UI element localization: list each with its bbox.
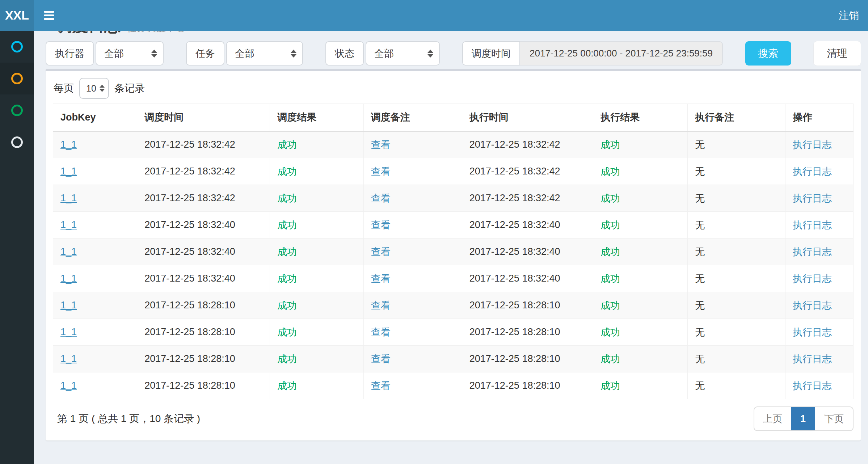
table-row: 1_1 2017-12-25 18:32:40 成功 查看 2017-12-25… <box>53 239 854 265</box>
table-row: 1_1 2017-12-25 18:28:10 成功 查看 2017-12-25… <box>53 346 854 372</box>
table-row: 1_1 2017-12-25 18:32:42 成功 查看 2017-12-25… <box>53 158 854 185</box>
trigger-msg-link[interactable]: 查看 <box>371 246 391 257</box>
executor-filter-label: 执行器 <box>46 41 94 66</box>
trigger-msg-link[interactable]: 查看 <box>371 273 391 284</box>
sidebar-item-nav-4[interactable] <box>0 126 34 158</box>
handle-time-cell: 2017-12-25 18:32:42 <box>462 131 593 158</box>
table-row: 1_1 2017-12-25 18:28:10 成功 查看 2017-12-25… <box>53 292 854 319</box>
trigger-result-text: 成功 <box>277 193 297 204</box>
trigger-msg-link[interactable]: 查看 <box>371 139 391 150</box>
app-logo[interactable]: XXL <box>0 0 34 31</box>
execution-log-link[interactable]: 执行日志 <box>793 380 832 391</box>
trigger-result-text: 成功 <box>277 246 297 257</box>
handle-result-text: 成功 <box>601 220 620 231</box>
execution-log-link[interactable]: 执行日志 <box>793 166 832 177</box>
status-select[interactable]: 全部 <box>366 41 440 66</box>
jobkey-link[interactable]: 1_1 <box>60 246 77 257</box>
column-header: 执行时间 <box>462 104 593 131</box>
hamburger-icon <box>44 11 54 13</box>
job-select-value: 全部 <box>235 47 254 60</box>
handle-msg-cell: 无 <box>688 372 785 399</box>
job-filter-label: 任务 <box>186 41 224 66</box>
prev-page-button[interactable]: 上页 <box>754 407 791 430</box>
trigger-time-cell: 2017-12-25 18:28:10 <box>137 346 270 372</box>
select-stepper-icon <box>100 85 105 92</box>
execution-log-link[interactable]: 执行日志 <box>793 220 832 231</box>
execution-log-link[interactable]: 执行日志 <box>793 300 832 311</box>
handle-result-text: 成功 <box>601 354 620 364</box>
execution-log-link[interactable]: 执行日志 <box>793 246 832 257</box>
circle-icon <box>11 41 23 52</box>
trigger-result-text: 成功 <box>277 354 297 364</box>
column-header: 调度时间 <box>137 104 270 131</box>
pager: 上页 1 下页 <box>754 406 854 431</box>
jobkey-link[interactable]: 1_1 <box>60 139 77 150</box>
trigger-msg-link[interactable]: 查看 <box>371 327 391 338</box>
jobkey-link[interactable]: 1_1 <box>60 273 77 284</box>
handle-result-text: 成功 <box>601 380 620 391</box>
trigger-msg-link[interactable]: 查看 <box>371 193 391 204</box>
execution-log-link[interactable]: 执行日志 <box>793 354 832 364</box>
execution-log-link[interactable]: 执行日志 <box>793 139 832 150</box>
log-table-panel: 每页 10 条记录 JobKey调度时间调度结果调度备注执行时间执行结果执行备注… <box>46 69 861 440</box>
table-row: 1_1 2017-12-25 18:32:40 成功 查看 2017-12-25… <box>53 265 854 292</box>
trigger-msg-link[interactable]: 查看 <box>371 354 391 364</box>
handle-msg-cell: 无 <box>688 131 785 158</box>
execution-log-link[interactable]: 执行日志 <box>793 273 832 284</box>
trigger-msg-link[interactable]: 查看 <box>371 300 391 311</box>
status-select-value: 全部 <box>374 47 394 60</box>
jobkey-link[interactable]: 1_1 <box>60 300 77 311</box>
handle-result-text: 成功 <box>601 273 620 284</box>
jobkey-link[interactable]: 1_1 <box>60 166 77 177</box>
job-select[interactable]: 全部 <box>226 41 303 66</box>
trigger-result-text: 成功 <box>277 273 297 284</box>
trigger-time-cell: 2017-12-25 18:32:40 <box>137 265 270 292</box>
table-row: 1_1 2017-12-25 18:32:42 成功 查看 2017-12-25… <box>53 131 854 158</box>
trigger-msg-link[interactable]: 查看 <box>371 166 391 177</box>
time-filter-group: 调度时间 2017-12-25 00:00:00 - 2017-12-25 23… <box>462 41 723 66</box>
logout-link[interactable]: 注销 <box>830 0 868 31</box>
trigger-result-text: 成功 <box>277 139 297 150</box>
handle-time-cell: 2017-12-25 18:32:42 <box>462 185 593 212</box>
page-size-value: 10 <box>86 83 96 94</box>
jobkey-link[interactable]: 1_1 <box>60 380 77 391</box>
main-content: 调度日志 任务调度中心 执行器 全部 任务 全部 状态 全部 调度时 <box>34 0 868 440</box>
jobkey-link[interactable]: 1_1 <box>60 219 77 230</box>
jobkey-link[interactable]: 1_1 <box>60 326 77 337</box>
handle-msg-cell: 无 <box>688 346 785 372</box>
sidebar-item-nav-3[interactable] <box>0 94 34 126</box>
time-filter-label: 调度时间 <box>462 41 520 66</box>
search-button[interactable]: 搜索 <box>745 41 791 66</box>
jobkey-link[interactable]: 1_1 <box>60 193 77 203</box>
column-header: 执行备注 <box>688 104 785 131</box>
trigger-result-text: 成功 <box>277 327 297 338</box>
current-page-button[interactable]: 1 <box>791 407 815 430</box>
handle-time-cell: 2017-12-25 18:32:42 <box>462 158 593 185</box>
trigger-msg-link[interactable]: 查看 <box>371 380 391 391</box>
execution-log-link[interactable]: 执行日志 <box>793 193 832 204</box>
column-header: 操作 <box>785 104 853 131</box>
column-header: 调度结果 <box>270 104 364 131</box>
handle-time-cell: 2017-12-25 18:32:40 <box>462 239 593 265</box>
trigger-msg-link[interactable]: 查看 <box>371 220 391 231</box>
next-page-button[interactable]: 下页 <box>815 407 853 430</box>
trigger-time-cell: 2017-12-25 18:32:40 <box>137 212 270 239</box>
sidebar-menu <box>0 31 34 464</box>
clear-button[interactable]: 清理 <box>814 41 861 66</box>
trigger-time-cell: 2017-12-25 18:32:42 <box>137 158 270 185</box>
executor-select[interactable]: 全部 <box>96 41 164 66</box>
sidebar-toggle-button[interactable] <box>34 0 64 31</box>
trigger-time-cell: 2017-12-25 18:32:42 <box>137 131 270 158</box>
handle-msg-cell: 无 <box>688 265 785 292</box>
pagination-info: 第 1 页 ( 总共 1 页，10 条记录 ) <box>57 412 200 426</box>
select-stepper-icon <box>151 50 157 58</box>
sidebar-item-nav-2[interactable] <box>0 63 34 94</box>
handle-time-cell: 2017-12-25 18:28:10 <box>462 319 593 346</box>
page-size-select[interactable]: 10 <box>79 78 109 99</box>
log-table: JobKey调度时间调度结果调度备注执行时间执行结果执行备注操作 1_1 201… <box>53 104 854 399</box>
sidebar-item-nav-1[interactable] <box>0 31 34 63</box>
time-range-input[interactable]: 2017-12-25 00:00:00 - 2017-12-25 23:59:5… <box>520 41 723 66</box>
execution-log-link[interactable]: 执行日志 <box>793 327 832 338</box>
column-header: 执行结果 <box>593 104 688 131</box>
jobkey-link[interactable]: 1_1 <box>60 353 77 364</box>
